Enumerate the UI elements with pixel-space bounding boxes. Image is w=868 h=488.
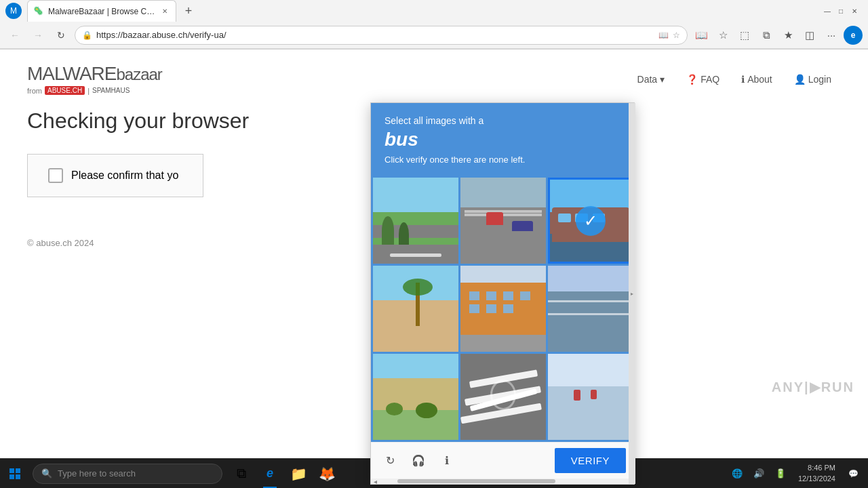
info-circle-icon: ℹ xyxy=(741,74,745,85)
collections-icon[interactable]: ◫ xyxy=(800,26,819,45)
taskbar-search-bar[interactable]: 🔍 Type here to search xyxy=(33,464,222,484)
captcha-scrollbar[interactable]: ◂ ▸ xyxy=(371,479,634,484)
scrollbar-thumb[interactable] xyxy=(397,479,555,483)
taskbar-search-placeholder: Type here to search xyxy=(58,468,136,479)
browser-tab[interactable]: 🦠 MalwareBazaar | Browse Checkin... ✕ xyxy=(27,0,176,22)
taskbar-right: 🌐 🔊 🔋 8:46 PM 12/13/2024 💬 xyxy=(728,463,868,484)
taskbar-file-explorer[interactable]: 📁 xyxy=(285,459,312,489)
minimize-button[interactable]: — xyxy=(822,5,833,16)
time-display: 8:46 PM xyxy=(808,463,835,473)
logo-brand: MALWAREbazaar xyxy=(27,63,162,85)
nav-faq[interactable]: ❓ FAQ xyxy=(677,70,729,89)
forward-button[interactable]: → xyxy=(28,26,47,45)
captcha-prompt: Select all images with a xyxy=(384,115,620,126)
extensions-icon[interactable]: ⬚ xyxy=(735,26,754,45)
captcha-cell-1[interactable]: ✓ xyxy=(373,178,458,264)
captcha-cell-8[interactable]: ✓ xyxy=(460,354,546,440)
logo-pipe: | xyxy=(87,87,90,95)
captcha-cell-4[interactable]: ✓ xyxy=(373,266,458,352)
checkbox-area: Please confirm that yo xyxy=(27,154,203,197)
notification-icon: 💬 xyxy=(848,469,859,479)
more-icon[interactable]: ··· xyxy=(822,26,841,45)
captcha-cell-6[interactable]: ✓ xyxy=(548,266,633,352)
taskbar-search-icon: 🔍 xyxy=(41,468,52,479)
tab-label: MalwareBazaar | Browse Checkin... xyxy=(48,7,155,16)
captcha-header: Select all images with a bus Click verif… xyxy=(371,103,634,176)
read-aloud-icon[interactable]: 📖 xyxy=(692,26,711,45)
favorites-icon[interactable]: ★ xyxy=(778,26,797,45)
captcha-grid: ✓ ✓ ✓ xyxy=(371,176,634,442)
read-mode-icon[interactable]: 📖 xyxy=(658,30,669,40)
add-favorites-icon[interactable]: ☆ xyxy=(713,26,732,45)
address-bar[interactable]: 🔒 https://bazaar.abuse.ch/verify-ua/ 📖 ☆ xyxy=(75,26,688,45)
start-button[interactable] xyxy=(0,459,30,489)
windows-logo xyxy=(9,468,20,479)
audio-captcha-button[interactable]: 🎧 xyxy=(408,450,429,472)
profile-icon[interactable]: M xyxy=(5,3,22,19)
battery-icon[interactable]: 🔋 xyxy=(771,464,790,483)
logo-sub: from ABUSE.CH | SPAMHAUS xyxy=(27,86,162,95)
taskbar-clock[interactable]: 8:46 PM 12/13/2024 xyxy=(793,463,841,484)
captcha-cell-5[interactable]: ✓ xyxy=(460,266,546,352)
address-bar-row: ← → ↻ 🔒 https://bazaar.abuse.ch/verify-u… xyxy=(0,22,868,49)
question-icon: ❓ xyxy=(686,74,698,85)
site-header: MALWAREbazaar from ABUSE.CH | SPAMHAUS D… xyxy=(27,63,841,95)
captcha-overlay: Select all images with a bus Click verif… xyxy=(370,102,635,485)
person-icon: 👤 xyxy=(794,74,806,85)
edge-copilot-icon[interactable]: e xyxy=(844,26,863,45)
human-checkbox[interactable] xyxy=(48,168,63,183)
site-nav: Data ▾ ❓ FAQ ℹ About 👤 Login xyxy=(628,70,841,89)
favorites-icon[interactable]: ☆ xyxy=(673,30,680,40)
captcha-cell-2[interactable]: ✓ xyxy=(460,178,546,264)
browser-chrome: M 🦠 MalwareBazaar | Browse Checkin... ✕ … xyxy=(0,0,868,49)
page-content: MALWAREbazaar from ABUSE.CH | SPAMHAUS D… xyxy=(0,49,868,434)
firefox-icon: 🦊 xyxy=(319,466,336,482)
nav-about[interactable]: ℹ About xyxy=(732,70,782,89)
maximize-button[interactable]: □ xyxy=(835,5,846,16)
network-icon[interactable]: 🌐 xyxy=(728,464,747,483)
chevron-down-icon: ▾ xyxy=(660,74,665,85)
window-controls: — □ ✕ xyxy=(822,5,860,16)
taskbar-task-view[interactable]: ⧉ xyxy=(228,459,255,489)
toolbar-icons: 📖 ☆ ⬚ ⧉ ★ ◫ ··· e xyxy=(692,26,863,45)
captcha-icons: ↻ 🎧 ℹ xyxy=(379,450,458,472)
verify-button[interactable]: VERIFY xyxy=(555,448,626,473)
nav-data[interactable]: Data ▾ xyxy=(628,70,675,89)
logo-spamhaus: SPAMHAUS xyxy=(92,87,130,94)
captcha-cell-3[interactable]: ✓ xyxy=(548,178,633,264)
anyrun-watermark: ANY|▶RUN xyxy=(772,379,854,395)
notification-button[interactable]: 💬 xyxy=(844,464,863,483)
back-button[interactable]: ← xyxy=(5,26,24,45)
taskbar-edge-browser[interactable]: e xyxy=(256,459,283,489)
scroll-left-arrow[interactable]: ◂ xyxy=(371,479,379,484)
captcha-word: bus xyxy=(384,129,620,150)
tab-favicon: 🦠 xyxy=(33,6,44,17)
checkmark-3: ✓ xyxy=(576,206,606,236)
verify-text: Please confirm that yo xyxy=(71,169,178,182)
logo-from: from xyxy=(27,87,42,95)
tab-close-button[interactable]: ✕ xyxy=(159,6,170,17)
speaker-icon[interactable]: 🔊 xyxy=(749,464,768,483)
taskbar-apps: ⧉ e 📁 🦊 xyxy=(228,459,340,489)
url-text: https://bazaar.abuse.ch/verify-ua/ xyxy=(96,30,654,40)
title-bar: M 🦠 MalwareBazaar | Browse Checkin... ✕ … xyxy=(0,0,868,22)
close-button[interactable]: ✕ xyxy=(849,5,860,16)
anyrun-text: ANY|▶RUN xyxy=(772,379,854,395)
split-screen-icon[interactable]: ⧉ xyxy=(757,26,776,45)
site-logo: MALWAREbazaar from ABUSE.CH | SPAMHAUS xyxy=(27,63,162,95)
task-view-icon: ⧉ xyxy=(237,466,246,481)
refresh-captcha-button[interactable]: ↻ xyxy=(379,450,401,472)
captcha-instruction: Click verify once there are none left. xyxy=(384,155,620,165)
taskbar-firefox[interactable]: 🦊 xyxy=(313,459,340,489)
lock-icon: 🔒 xyxy=(82,30,92,40)
info-captcha-button[interactable]: ℹ xyxy=(436,450,458,472)
refresh-button[interactable]: ↻ xyxy=(52,26,71,45)
new-tab-button[interactable]: + xyxy=(179,1,198,20)
nav-login[interactable]: 👤 Login xyxy=(785,70,841,89)
date-display: 12/13/2024 xyxy=(798,474,835,484)
captcha-collapse-bar[interactable]: ▸ xyxy=(629,103,635,484)
captcha-footer: ↻ 🎧 ℹ VERIFY xyxy=(371,442,634,479)
captcha-cell-7[interactable]: ✓ xyxy=(373,354,458,440)
file-explorer-icon: 📁 xyxy=(290,466,307,482)
captcha-cell-9[interactable]: ✓ xyxy=(548,354,633,440)
